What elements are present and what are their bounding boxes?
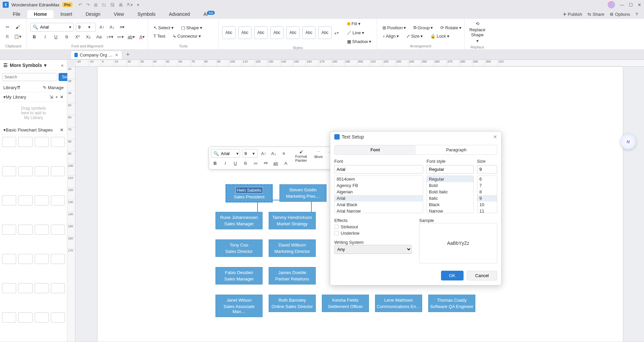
style-preset[interactable]: Abc [318,26,332,39]
user-avatar[interactable] [608,1,615,8]
org-node[interactable]: Thomas CoadySoftware QA Engineer [428,295,475,312]
shape-stencil[interactable] [35,195,49,205]
style-preset[interactable]: Abc [254,26,268,39]
shape-stencil[interactable] [2,225,16,235]
float-font-select[interactable]: 🔍 ▾ [211,149,240,158]
fill-button[interactable]: Fill▾ [345,20,373,27]
subscript-icon[interactable]: X₂ [84,33,92,41]
shape-stencil[interactable] [18,166,32,176]
underline-icon[interactable]: U [52,33,60,41]
shape-stencil[interactable] [18,254,32,264]
org-node[interactable]: Steven GoldinMarketing Pres… [279,184,327,202]
menu-ai[interactable]: AIhot [197,10,222,18]
open-icon[interactable]: 🗀 [102,2,106,7]
font-grow-icon[interactable]: A↑ [98,23,106,31]
manage-library-button[interactable]: ✎ Manage [43,85,64,90]
tab-paragraph[interactable]: Paragraph [416,145,497,154]
menu-home[interactable]: Home [27,10,54,18]
shape-stencil[interactable] [35,166,49,176]
underline-checkbox[interactable]: Underline [334,231,412,236]
float-grow-icon[interactable]: A↑ [260,149,268,157]
shape-button[interactable]: ▢ Shape▾ [179,24,204,31]
position-button[interactable]: ⊞ Position▾ [380,24,408,31]
minimize-icon[interactable]: — [620,2,624,7]
shape-stencil[interactable] [2,254,16,264]
float-fontcolor-icon[interactable]: A [282,159,290,167]
shape-stencil[interactable] [2,312,16,322]
tab-font[interactable]: Font [335,145,416,154]
writing-system-select[interactable]: Any [334,245,412,254]
bold-icon[interactable]: B [30,33,38,41]
highlight-icon[interactable]: ab▾ [127,33,135,41]
style-preset[interactable]: Abc [302,26,316,39]
org-node[interactable]: Hein SabelisSales President [226,184,273,202]
style-preset[interactable]: Abc [238,26,252,39]
cut-icon[interactable]: ✂ [3,23,11,31]
connector-button[interactable]: ↳ Connector▾ [171,33,203,40]
font-input[interactable] [334,165,423,174]
org-node[interactable]: Fabio DesideriSales Manager [215,267,263,284]
org-node[interactable]: Keisha FieldsSettlement Officer [322,295,369,312]
menu-file[interactable]: File [6,10,27,18]
float-italic-icon[interactable]: I [221,159,229,167]
float-numlist-icon[interactable]: ≔ [251,159,260,167]
style-preset[interactable]: Abc [286,26,300,39]
float-bold-icon[interactable]: B [211,159,219,167]
org-node[interactable]: Rune JohannessenSales Manager [215,212,263,229]
size-button[interactable]: ⤢ Size▾ [404,33,425,40]
case-icon[interactable]: Aa [95,33,103,41]
font-size-select[interactable]: ▾ [76,23,96,32]
menu-view[interactable]: View [107,10,131,18]
style-preset[interactable]: Abc [270,26,284,39]
float-strike-icon[interactable]: S [241,159,249,167]
redo-icon[interactable]: ↷ [86,2,90,7]
replace-shape-button[interactable]: ⟲Replace Shape▾ [467,20,487,44]
float-underline-icon[interactable]: U [231,159,239,167]
publish-button[interactable]: ✈ Publish [563,12,582,17]
shape-stencil[interactable] [2,166,16,176]
org-node[interactable]: David WilburnMarketing Director [269,239,316,257]
shape-stencil[interactable] [35,254,49,264]
close-tab-icon[interactable]: ✕ [115,52,118,58]
shape-stencil[interactable] [51,195,65,205]
float-bullist-icon[interactable]: ⦁≡ [262,159,270,167]
line-button[interactable]: ／ Line▾ [345,29,373,37]
paste-icon[interactable]: 📋▾ [13,33,22,41]
cancel-button[interactable]: Cancel [467,271,497,280]
add-tab-button[interactable]: + [124,51,133,58]
ai-fab[interactable]: N [620,134,636,149]
document-tab[interactable]: Company Org … ✕ [71,51,122,59]
font-list[interactable]: 8514oemAgency FBAlgerianArialArial Black… [334,176,423,213]
symbol-search-input[interactable] [2,73,57,81]
format-painter-icon[interactable]: 🖌 [13,23,22,31]
org-node[interactable]: Tony CooSales Director [215,239,263,257]
shape-stencil[interactable] [18,283,32,293]
strike-icon[interactable]: S [63,33,71,41]
print-icon[interactable]: 🖶 [118,2,123,7]
share-button[interactable]: ⇆ Share [587,12,604,17]
org-node[interactable]: James DoeblePartner Relations [269,267,316,284]
font-name-select[interactable]: 🔍 ▾ [30,23,74,32]
shape-stencil[interactable] [2,195,16,205]
shape-stencil[interactable] [2,137,16,147]
shape-stencil[interactable] [51,225,65,235]
ok-button[interactable]: OK [441,271,464,280]
lib-import-icon[interactable]: ⇲ [49,94,53,100]
shape-stencil[interactable] [51,254,65,264]
align-button[interactable]: ⫞ Align▾ [380,33,401,40]
shape-stencil[interactable] [2,283,16,293]
collapse-sidebar-icon[interactable]: « [61,63,64,68]
shape-stencil[interactable] [51,312,65,322]
options-button[interactable]: ⚙ Options [610,12,630,17]
shape-stencil[interactable] [51,283,65,293]
format-painter-button[interactable]: 🖌Format Painter [293,149,309,163]
font-shrink-icon[interactable]: A↓ [108,23,116,31]
shape-stencil[interactable] [18,137,32,147]
float-shrink-icon[interactable]: A↓ [270,149,278,157]
fontsize-input[interactable] [477,165,497,174]
more-button[interactable]: ⋯More [312,149,325,159]
shape-stencil[interactable] [35,283,49,293]
qat-more-icon[interactable]: ▾ [137,2,139,7]
select-button[interactable]: ↖ Select▾ [151,24,176,31]
font-color-icon[interactable]: A▾ [138,33,146,41]
